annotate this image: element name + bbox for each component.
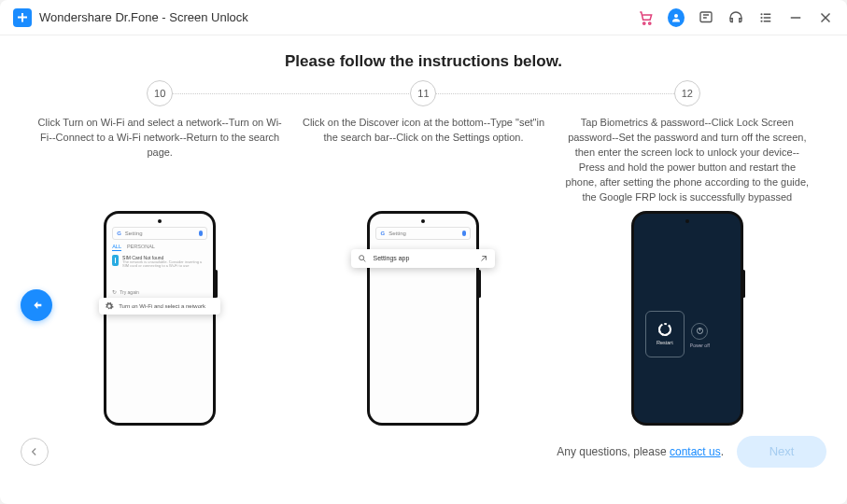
phone-frame: G Setting ALL PERSONAL SIM Card Not foun… bbox=[104, 211, 216, 426]
svg-rect-3 bbox=[700, 12, 712, 22]
step-number: 11 bbox=[410, 80, 436, 106]
contact-link[interactable]: contact us bbox=[670, 445, 721, 458]
step-11: 11 Click on the Discover icon at the bot… bbox=[291, 80, 555, 172]
svg-line-14 bbox=[364, 259, 366, 261]
power-tile: Power off bbox=[690, 323, 710, 348]
power-label: Power off bbox=[690, 343, 710, 348]
questions-text: Any questions, please contact us. bbox=[557, 445, 724, 458]
google-logo-icon: G bbox=[380, 231, 385, 236]
svg-point-2 bbox=[674, 14, 678, 18]
phone-mock-12: Restart Power off bbox=[556, 211, 819, 426]
search-tabs: ALL PERSONAL bbox=[112, 244, 207, 251]
support-icon[interactable] bbox=[727, 9, 744, 26]
step-number: 10 bbox=[147, 80, 173, 106]
phone-frame: Restart Power off bbox=[631, 211, 743, 426]
search-text: Setting bbox=[388, 231, 406, 236]
step-10: 10 Click Turn on Wi-Fi and select a netw… bbox=[28, 80, 291, 172]
svg-point-8 bbox=[760, 20, 762, 21]
cart-icon[interactable] bbox=[638, 9, 655, 26]
gear-icon bbox=[105, 301, 114, 311]
title-bar: Wondershare Dr.Fone - Screen Unlock bbox=[0, 0, 847, 35]
step-number: 12 bbox=[674, 80, 700, 106]
settings-popup: Settings app bbox=[351, 249, 495, 268]
content-area: Please follow the instructions below. 10… bbox=[0, 35, 847, 504]
sim-icon bbox=[112, 255, 119, 266]
google-search-bar: G Setting bbox=[375, 227, 471, 240]
svg-rect-5 bbox=[764, 13, 771, 15]
tab-personal: PERSONAL bbox=[127, 244, 155, 251]
arrow-icon bbox=[479, 254, 488, 263]
svg-point-6 bbox=[760, 16, 762, 18]
mic-icon bbox=[199, 231, 203, 236]
account-icon[interactable] bbox=[668, 9, 685, 26]
feedback-icon[interactable] bbox=[698, 9, 714, 26]
svg-line-15 bbox=[482, 256, 487, 260]
restart-tile: Restart bbox=[645, 311, 685, 357]
mic-icon bbox=[462, 231, 466, 236]
phone-camera bbox=[158, 219, 162, 223]
wifi-popup: Turn on Wi-Fi and select a network bbox=[99, 298, 220, 315]
window-title: Wondershare Dr.Fone - Screen Unlock bbox=[39, 10, 248, 24]
next-button[interactable]: Next bbox=[737, 436, 826, 468]
svg-point-0 bbox=[643, 21, 645, 23]
questions-prefix: Any questions, please bbox=[557, 445, 670, 458]
try-again-label: Try again bbox=[120, 289, 139, 295]
phone-frame: G Setting Settings app bbox=[367, 211, 479, 426]
search-icon bbox=[358, 254, 367, 263]
google-search-bar: G Setting bbox=[112, 227, 207, 240]
close-button[interactable] bbox=[817, 9, 834, 26]
wifi-popup-text: Turn on Wi-Fi and select a network bbox=[119, 303, 205, 309]
google-logo-icon: G bbox=[117, 231, 121, 236]
step-description: Tap Biometrics & password--Click Lock Sc… bbox=[563, 116, 812, 205]
step-12: 12 Tap Biometrics & password--Click Lock… bbox=[556, 80, 819, 205]
step-description: Click Turn on Wi-Fi and select a network… bbox=[35, 116, 284, 172]
power-icon bbox=[691, 323, 708, 340]
svg-point-4 bbox=[760, 13, 762, 15]
phone-camera bbox=[685, 219, 689, 223]
svg-rect-9 bbox=[764, 21, 771, 22]
app-logo-icon bbox=[13, 8, 32, 27]
settings-popup-text: Settings app bbox=[373, 255, 473, 261]
back-button[interactable] bbox=[21, 438, 49, 466]
menu-icon[interactable] bbox=[757, 9, 774, 26]
phone-mock-10: G Setting ALL PERSONAL SIM Card Not foun… bbox=[28, 211, 291, 426]
svg-point-13 bbox=[360, 255, 364, 259]
app-window: Wondershare Dr.Fone - Screen Unlock bbox=[0, 0, 847, 504]
try-again-row: Try again bbox=[112, 288, 207, 295]
prev-step-button[interactable] bbox=[21, 289, 52, 321]
minimize-button[interactable] bbox=[787, 9, 804, 26]
phone-mock-11: G Setting Settings app bbox=[291, 211, 555, 426]
sim-card-notice: SIM Card Not found The network is unavai… bbox=[112, 255, 207, 269]
search-text: Setting bbox=[125, 231, 143, 236]
footer-bar: Any questions, please contact us. Next bbox=[0, 426, 847, 478]
restart-label: Restart bbox=[656, 340, 673, 345]
svg-point-1 bbox=[649, 21, 651, 23]
questions-period: . bbox=[721, 445, 724, 458]
sim-subtitle: The network is unavailable. Consider ins… bbox=[122, 260, 207, 269]
steps-row: 10 Click Turn on Wi-Fi and select a netw… bbox=[0, 71, 847, 205]
phone-camera bbox=[421, 219, 425, 223]
tab-all: ALL bbox=[112, 244, 121, 251]
titlebar-actions bbox=[638, 9, 834, 26]
step-description: Click on the Discover icon at the bottom… bbox=[299, 116, 547, 172]
restart-icon bbox=[658, 323, 671, 336]
svg-rect-7 bbox=[764, 17, 771, 19]
phone-row: G Setting ALL PERSONAL SIM Card Not foun… bbox=[0, 205, 847, 426]
page-heading: Please follow the instructions below. bbox=[0, 52, 847, 71]
